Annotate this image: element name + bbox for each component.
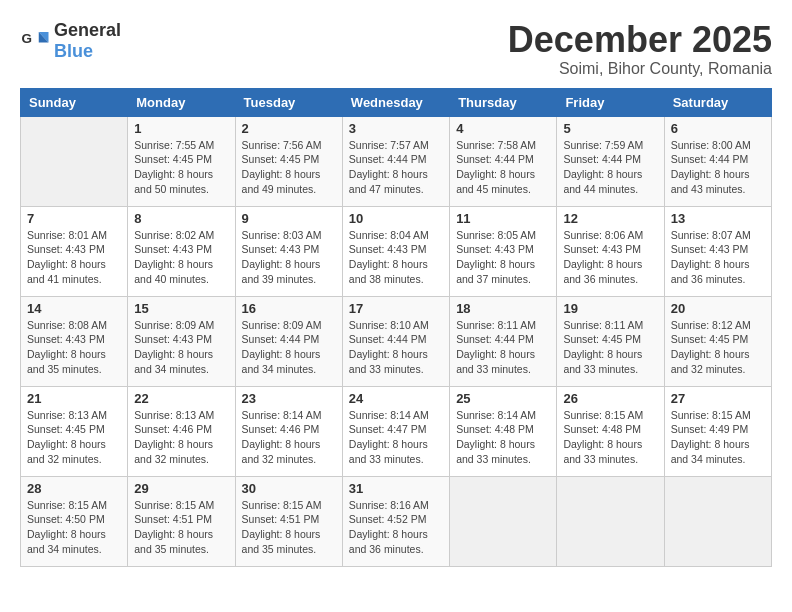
column-header-friday: Friday [557,88,664,116]
day-info: Sunrise: 8:09 AMSunset: 4:43 PMDaylight:… [134,318,228,377]
calendar-week-row: 28Sunrise: 8:15 AMSunset: 4:50 PMDayligh… [21,476,772,566]
calendar-cell: 13Sunrise: 8:07 AMSunset: 4:43 PMDayligh… [664,206,771,296]
day-info: Sunrise: 8:15 AMSunset: 4:51 PMDaylight:… [242,498,336,557]
calendar-cell [21,116,128,206]
calendar-cell: 29Sunrise: 8:15 AMSunset: 4:51 PMDayligh… [128,476,235,566]
calendar-cell: 3Sunrise: 7:57 AMSunset: 4:44 PMDaylight… [342,116,449,206]
calendar-cell: 5Sunrise: 7:59 AMSunset: 4:44 PMDaylight… [557,116,664,206]
day-info: Sunrise: 8:11 AMSunset: 4:45 PMDaylight:… [563,318,657,377]
day-info: Sunrise: 8:14 AMSunset: 4:46 PMDaylight:… [242,408,336,467]
day-number: 27 [671,391,765,406]
calendar-cell: 19Sunrise: 8:11 AMSunset: 4:45 PMDayligh… [557,296,664,386]
day-info: Sunrise: 7:55 AMSunset: 4:45 PMDaylight:… [134,138,228,197]
day-number: 29 [134,481,228,496]
calendar-cell: 8Sunrise: 8:02 AMSunset: 4:43 PMDaylight… [128,206,235,296]
day-info: Sunrise: 8:14 AMSunset: 4:47 PMDaylight:… [349,408,443,467]
day-number: 26 [563,391,657,406]
day-number: 18 [456,301,550,316]
day-info: Sunrise: 8:15 AMSunset: 4:48 PMDaylight:… [563,408,657,467]
calendar-cell [557,476,664,566]
calendar-cell: 18Sunrise: 8:11 AMSunset: 4:44 PMDayligh… [450,296,557,386]
calendar-cell: 28Sunrise: 8:15 AMSunset: 4:50 PMDayligh… [21,476,128,566]
calendar-header-row: SundayMondayTuesdayWednesdayThursdayFrid… [21,88,772,116]
calendar-cell: 1Sunrise: 7:55 AMSunset: 4:45 PMDaylight… [128,116,235,206]
day-number: 19 [563,301,657,316]
day-number: 23 [242,391,336,406]
day-info: Sunrise: 7:56 AMSunset: 4:45 PMDaylight:… [242,138,336,197]
location-subtitle: Soimi, Bihor County, Romania [508,60,772,78]
calendar-cell: 30Sunrise: 8:15 AMSunset: 4:51 PMDayligh… [235,476,342,566]
day-number: 25 [456,391,550,406]
day-number: 2 [242,121,336,136]
calendar-cell: 7Sunrise: 8:01 AMSunset: 4:43 PMDaylight… [21,206,128,296]
calendar-cell: 11Sunrise: 8:05 AMSunset: 4:43 PMDayligh… [450,206,557,296]
day-number: 5 [563,121,657,136]
day-info: Sunrise: 8:15 AMSunset: 4:49 PMDaylight:… [671,408,765,467]
day-number: 1 [134,121,228,136]
day-info: Sunrise: 7:59 AMSunset: 4:44 PMDaylight:… [563,138,657,197]
calendar-cell: 6Sunrise: 8:00 AMSunset: 4:44 PMDaylight… [664,116,771,206]
calendar-table: SundayMondayTuesdayWednesdayThursdayFrid… [20,88,772,567]
day-number: 31 [349,481,443,496]
column-header-thursday: Thursday [450,88,557,116]
day-number: 9 [242,211,336,226]
day-info: Sunrise: 8:07 AMSunset: 4:43 PMDaylight:… [671,228,765,287]
calendar-cell: 2Sunrise: 7:56 AMSunset: 4:45 PMDaylight… [235,116,342,206]
logo-general-text: General [54,20,121,41]
day-info: Sunrise: 8:09 AMSunset: 4:44 PMDaylight:… [242,318,336,377]
calendar-cell: 17Sunrise: 8:10 AMSunset: 4:44 PMDayligh… [342,296,449,386]
logo-icon: G [20,26,50,56]
day-info: Sunrise: 8:05 AMSunset: 4:43 PMDaylight:… [456,228,550,287]
day-info: Sunrise: 7:57 AMSunset: 4:44 PMDaylight:… [349,138,443,197]
day-info: Sunrise: 8:04 AMSunset: 4:43 PMDaylight:… [349,228,443,287]
day-info: Sunrise: 8:16 AMSunset: 4:52 PMDaylight:… [349,498,443,557]
day-number: 11 [456,211,550,226]
day-number: 21 [27,391,121,406]
calendar-cell: 15Sunrise: 8:09 AMSunset: 4:43 PMDayligh… [128,296,235,386]
day-info: Sunrise: 7:58 AMSunset: 4:44 PMDaylight:… [456,138,550,197]
day-number: 20 [671,301,765,316]
calendar-cell: 20Sunrise: 8:12 AMSunset: 4:45 PMDayligh… [664,296,771,386]
day-info: Sunrise: 8:10 AMSunset: 4:44 PMDaylight:… [349,318,443,377]
calendar-week-row: 14Sunrise: 8:08 AMSunset: 4:43 PMDayligh… [21,296,772,386]
column-header-wednesday: Wednesday [342,88,449,116]
day-number: 6 [671,121,765,136]
day-info: Sunrise: 8:13 AMSunset: 4:46 PMDaylight:… [134,408,228,467]
day-number: 28 [27,481,121,496]
calendar-week-row: 7Sunrise: 8:01 AMSunset: 4:43 PMDaylight… [21,206,772,296]
calendar-cell: 21Sunrise: 8:13 AMSunset: 4:45 PMDayligh… [21,386,128,476]
day-info: Sunrise: 8:14 AMSunset: 4:48 PMDaylight:… [456,408,550,467]
calendar-week-row: 21Sunrise: 8:13 AMSunset: 4:45 PMDayligh… [21,386,772,476]
calendar-week-row: 1Sunrise: 7:55 AMSunset: 4:45 PMDaylight… [21,116,772,206]
calendar-cell: 22Sunrise: 8:13 AMSunset: 4:46 PMDayligh… [128,386,235,476]
calendar-cell: 12Sunrise: 8:06 AMSunset: 4:43 PMDayligh… [557,206,664,296]
day-info: Sunrise: 8:06 AMSunset: 4:43 PMDaylight:… [563,228,657,287]
column-header-tuesday: Tuesday [235,88,342,116]
day-info: Sunrise: 8:15 AMSunset: 4:50 PMDaylight:… [27,498,121,557]
day-number: 13 [671,211,765,226]
day-number: 15 [134,301,228,316]
day-info: Sunrise: 8:00 AMSunset: 4:44 PMDaylight:… [671,138,765,197]
calendar-cell: 16Sunrise: 8:09 AMSunset: 4:44 PMDayligh… [235,296,342,386]
day-number: 7 [27,211,121,226]
day-info: Sunrise: 8:01 AMSunset: 4:43 PMDaylight:… [27,228,121,287]
logo-blue-text: Blue [54,41,121,62]
calendar-cell: 24Sunrise: 8:14 AMSunset: 4:47 PMDayligh… [342,386,449,476]
day-number: 30 [242,481,336,496]
day-info: Sunrise: 8:13 AMSunset: 4:45 PMDaylight:… [27,408,121,467]
calendar-cell: 31Sunrise: 8:16 AMSunset: 4:52 PMDayligh… [342,476,449,566]
calendar-cell: 25Sunrise: 8:14 AMSunset: 4:48 PMDayligh… [450,386,557,476]
month-title: December 2025 [508,20,772,60]
calendar-cell [450,476,557,566]
day-number: 16 [242,301,336,316]
day-info: Sunrise: 8:12 AMSunset: 4:45 PMDaylight:… [671,318,765,377]
day-info: Sunrise: 8:11 AMSunset: 4:44 PMDaylight:… [456,318,550,377]
column-header-sunday: Sunday [21,88,128,116]
calendar-cell: 26Sunrise: 8:15 AMSunset: 4:48 PMDayligh… [557,386,664,476]
day-info: Sunrise: 8:02 AMSunset: 4:43 PMDaylight:… [134,228,228,287]
day-number: 10 [349,211,443,226]
day-number: 4 [456,121,550,136]
svg-text:G: G [22,31,33,46]
logo: G General Blue [20,20,121,62]
title-section: December 2025 Soimi, Bihor County, Roman… [508,20,772,78]
